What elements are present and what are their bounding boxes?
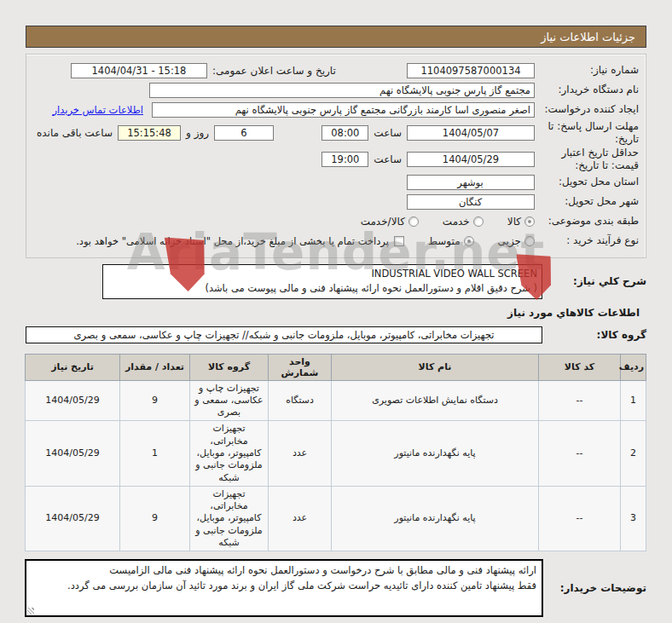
price-validity-label: حداقل تاریخ اعتبار قیمت: تا تاریخ: <box>535 147 639 171</box>
goods-table: ردیف کد کالا نام کالا واحد شمارش گروه کا… <box>25 354 646 552</box>
classification-option-service[interactable]: خدمت <box>443 216 484 228</box>
radio-goods-service-icon[interactable] <box>408 216 419 227</box>
cell-item-name: پایه نگهدارنده مانیتور <box>332 421 539 486</box>
treasury-note-option[interactable]: پرداخت تمام یا بخشی از مبلغ خرید،از محل … <box>76 235 404 247</box>
classification-option-service-label: خدمت <box>443 216 470 228</box>
treasury-checkbox-icon[interactable] <box>394 236 404 246</box>
cell-unit: عدد <box>269 421 332 486</box>
row-process-type: نوع فرآیند خرید : جزیی متوسط پرداخت تمام… <box>32 231 639 251</box>
cell-item-name: پایه نگهدارنده مانیتور <box>332 486 539 551</box>
need-description-line2: ( شرح دقیق اقلام و دستورالعمل نحوه ارائه… <box>107 281 537 296</box>
price-validity-time-label: ساعت <box>374 153 402 165</box>
col-unit: واحد شمارش <box>269 354 332 380</box>
need-description-label: شرح کلي نیاز: <box>542 275 646 287</box>
radio-goods-icon[interactable] <box>524 216 535 227</box>
process-type-option-minor[interactable]: جزیی <box>498 235 535 247</box>
table-row[interactable]: 3 -- پایه نگهدارنده مانیتور عدد تجهیزات … <box>26 486 646 551</box>
buyer-remarks-line2: فقط پیشنهاد تامین کننده دارای تائیدیه حر… <box>32 579 536 594</box>
cell-quantity: 1 <box>120 421 190 486</box>
cell-unit: عدد <box>269 486 332 551</box>
buyer-remarks-label: توضیحات خریدار: <box>542 582 646 594</box>
page-title: جزئیات اطلاعات نیاز <box>541 31 635 43</box>
row-classification: طبقه بندی موضوعی: کالا خدمت کالا/خدمت <box>32 211 639 231</box>
cell-row-number: 1 <box>621 380 646 421</box>
price-validity-date-field[interactable]: 1404/05/29 <box>407 152 535 167</box>
table-row[interactable]: 2 -- پایه نگهدارنده مانیتور عدد تجهیزات … <box>26 421 646 486</box>
row-province: استان محل تحویل: بوشهر <box>32 172 639 192</box>
col-group: گروه کالا <box>190 354 269 380</box>
classification-option-goods[interactable]: کالا <box>507 216 535 228</box>
buyer-remarks-line1: ارائه پیشنهاد فنی و مالی مطابق با شرح در… <box>32 563 536 579</box>
cell-group: تجهیزات چاپ و عکاسی، سمعی و بصری <box>190 380 269 421</box>
price-validity-time-field[interactable]: 19:00 <box>322 152 368 167</box>
cell-row-number: 3 <box>621 486 646 551</box>
cell-need-date: 1404/05/29 <box>26 421 120 486</box>
goods-group-row: گروه کالا: تجهیزات مخابراتی، کامپیوتر، م… <box>26 326 646 343</box>
response-deadline-time-label: ساعت <box>374 127 402 139</box>
row-creator: ایجاد کننده درخواست: اصغر منصوری اسا کار… <box>32 100 639 119</box>
remaining-days-field: 6 <box>214 125 274 141</box>
treasury-note-label: پرداخت تمام یا بخشی از مبلغ خرید،از محل … <box>76 235 389 247</box>
need-description-line1: INDUSTRIAL VIDEO WALL SCREEN <box>107 267 537 281</box>
row-buyer-org: نام دستگاه خریدار: مجتمع گاز پارس جنوبی … <box>32 80 639 100</box>
remaining-suffix-label: ساعت باقی مانده <box>37 127 113 139</box>
classification-option-goods-service[interactable]: کالا/خدمت <box>361 216 419 228</box>
need-info-groupbox: شماره نیاز: 1104097587000134 تاریخ و ساع… <box>26 54 646 258</box>
buyer-remarks-field[interactable]: ارائه پیشنهاد فنی و مالی مطابق با شرح در… <box>26 560 542 616</box>
page-title-bar: جزئیات اطلاعات نیاز <box>26 26 646 48</box>
buyer-org-label: نام دستگاه خریدار: <box>535 84 639 95</box>
city-field[interactable]: کنگان <box>407 194 535 210</box>
remaining-time-field: 15:15:48 <box>118 125 181 141</box>
radio-service-icon[interactable] <box>473 216 484 227</box>
buyer-contact-link[interactable]: اطلاعات تماس خریدار <box>52 104 143 116</box>
province-label: استان محل تحویل: <box>535 176 639 187</box>
cell-item-code: -- <box>539 421 621 486</box>
remaining-days-label: روز و <box>186 127 209 139</box>
buyer-org-field[interactable]: مجتمع گاز پارس جنوبی پالایشگاه نهم <box>149 83 535 98</box>
row-need-number: شماره نیاز: 1104097587000134 تاریخ و ساع… <box>71 61 639 80</box>
goods-section-title: اطلاعات کالاهاي مورد نیاز <box>0 307 640 319</box>
goods-group-field[interactable]: تجهیزات مخابراتی، کامپیوتر، موبایل، ملزو… <box>26 326 542 343</box>
resize-grip-icon[interactable] <box>27 608 34 614</box>
announce-datetime-field[interactable]: 1404/04/31 - 15:18 <box>71 63 207 78</box>
province-field[interactable]: بوشهر <box>407 175 535 190</box>
classification-label: طبقه بندی موضوعی: <box>535 215 639 227</box>
table-row[interactable]: 1 -- دستگاه نمایش اطلاعات تصویری دستگاه … <box>26 380 646 421</box>
buyer-remarks-row: توضیحات خریدار: ارائه پیشنهاد فنی و مالی… <box>26 560 646 616</box>
cell-need-date: 1404/05/29 <box>26 380 120 421</box>
need-number-field[interactable]: 1104097587000134 <box>407 63 535 78</box>
classification-option-goods-label: کالا <box>507 216 521 228</box>
row-city: شهر محل تحویل: کنگان <box>32 192 639 211</box>
cell-unit: دستگاه <box>269 380 332 421</box>
process-type-label: نوع فرآیند خرید : <box>535 234 639 246</box>
need-description-field[interactable]: INDUSTRIAL VIDEO WALL SCREEN ( شرح دقیق … <box>102 264 542 299</box>
radio-minor-icon[interactable] <box>524 236 535 246</box>
announce-datetime-label: تاریخ و ساعت اعلان عمومی: <box>207 65 336 77</box>
classification-option-goods-service-label: کالا/خدمت <box>361 216 405 228</box>
col-need-date: تاریخ نیاز <box>26 354 120 380</box>
creator-field[interactable]: اصغر منصوری اسا کارمند بازرگانی مجتمع گا… <box>152 102 535 118</box>
goods-group-label: گروه کالا: <box>542 329 646 341</box>
process-type-option-medium[interactable]: متوسط <box>428 235 474 247</box>
city-label: شهر محل تحویل: <box>535 195 639 207</box>
process-type-option-medium-label: متوسط <box>428 235 461 247</box>
radio-medium-icon[interactable] <box>464 236 474 246</box>
response-deadline-time-field[interactable]: 08:00 <box>322 125 368 141</box>
process-type-option-minor-label: جزیی <box>498 235 521 247</box>
col-quantity: تعداد / مقدار <box>120 354 190 380</box>
cell-item-code: -- <box>539 486 621 551</box>
col-item-code: کد کالا <box>539 354 621 380</box>
cell-quantity: 9 <box>120 486 190 551</box>
response-deadline-label: مهلت ارسال پاسخ: تا تاریخ: <box>535 120 639 145</box>
cell-group: تجهیزات مخابراتی، کامپیوتر، موبایل، ملزو… <box>190 421 269 486</box>
response-deadline-date-field[interactable]: 1404/05/07 <box>407 125 535 141</box>
goods-table-header-row: ردیف کد کالا نام کالا واحد شمارش گروه کا… <box>26 354 646 380</box>
cell-group: تجهیزات مخابراتی، کامپیوتر، موبایل، ملزو… <box>190 486 269 551</box>
cell-quantity: 9 <box>120 380 190 421</box>
cell-need-date: 1404/05/29 <box>26 486 120 551</box>
col-item-name: نام کالا <box>332 354 539 380</box>
cell-row-number: 2 <box>621 421 646 486</box>
creator-label: ایجاد کننده درخواست: <box>535 103 639 115</box>
row-response-deadline: مهلت ارسال پاسخ: تا تاریخ: 1404/05/07 سا… <box>32 119 639 146</box>
col-row-number: ردیف <box>621 354 646 380</box>
